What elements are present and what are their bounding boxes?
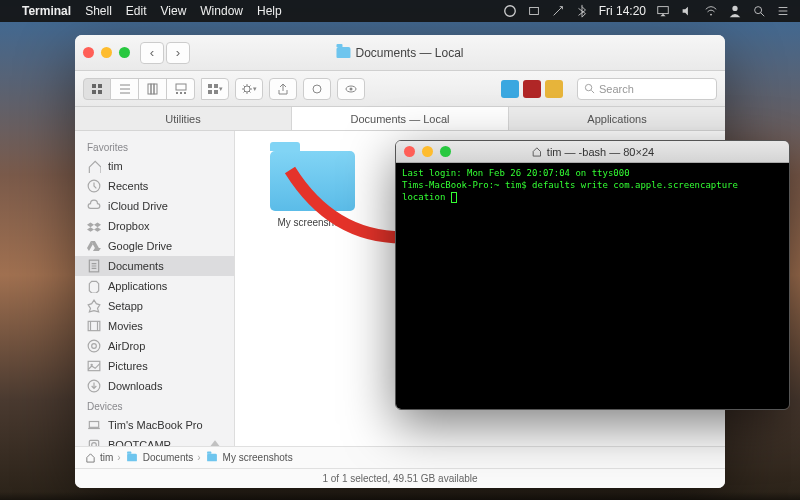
menubar-app[interactable]: Terminal [22,4,71,18]
menubar-item-help[interactable]: Help [257,4,282,18]
terminal-line: Tims-MacBook-Pro:~ tim$ defaults write c… [402,179,783,203]
search-icon[interactable] [752,4,766,18]
status-icon[interactable] [551,4,565,18]
svg-rect-1 [529,8,538,15]
sidebar-item-airdrop[interactable]: AirDrop [75,336,234,356]
tags-button[interactable] [303,78,331,100]
search-input[interactable]: Search [577,78,717,100]
svg-rect-9 [98,90,102,94]
column-view-button[interactable] [139,78,167,100]
eject-icon[interactable] [208,438,222,446]
desktop: Terminal Shell Edit View Window Help Fri… [0,0,800,500]
sidebar-item-pictures[interactable]: Pictures [75,356,234,376]
sidebar-item-dropbox[interactable]: Dropbox [75,216,234,236]
svg-point-30 [92,344,97,349]
minimize-icon[interactable] [101,47,112,58]
gallery-view-button[interactable] [167,78,195,100]
zoom-icon[interactable] [119,47,130,58]
wifi-icon[interactable] [704,4,718,18]
sidebar-heading: Favorites [75,137,234,156]
svg-rect-18 [214,84,218,88]
sidebar-item-documents[interactable]: Documents [75,256,234,276]
folder-item[interactable]: My screenshots [270,151,355,228]
terminal-body[interactable]: Last login: Mon Feb 26 20:07:04 on ttys0… [396,163,789,409]
menubar-item-window[interactable]: Window [200,4,243,18]
action-button[interactable]: ▾ [235,78,263,100]
path-segment[interactable]: tim [85,452,113,463]
sidebar-label: Recents [108,180,148,192]
window-title: Documents — Local [355,46,463,60]
sidebar-item-bootcamp[interactable]: BOOTCAMP [75,435,234,446]
bluetooth-icon[interactable] [575,4,589,18]
menubar: Terminal Shell Edit View Window Help Fri… [0,0,800,22]
list-view-button[interactable] [111,78,139,100]
status-text: 1 of 1 selected, 49.51 GB available [322,473,477,484]
minimize-icon[interactable] [422,146,433,157]
sidebar-heading: Devices [75,396,234,415]
svg-point-5 [755,7,762,14]
path-segment[interactable]: Documents [125,452,194,463]
chevron-right-icon: › [197,452,200,463]
finder-tabbar: Utilities Documents — Local Applications [75,107,725,131]
forward-button[interactable]: › [166,42,190,64]
menubar-clock[interactable]: Fri 14:20 [599,4,646,18]
sidebar-item-downloads[interactable]: Downloads [75,376,234,396]
tab-applications[interactable]: Applications [509,107,725,130]
home-icon [531,146,542,157]
sidebar-item-recents[interactable]: Recents [75,176,234,196]
folder-icon [270,151,355,211]
svg-rect-6 [92,84,96,88]
toolbar-swatch[interactable] [545,80,563,98]
status-icon[interactable] [527,4,541,18]
sidebar-label: iCloud Drive [108,200,168,212]
svg-rect-7 [98,84,102,88]
zoom-icon[interactable] [440,146,451,157]
menubar-item-view[interactable]: View [161,4,187,18]
user-icon[interactable] [728,4,742,18]
menubar-item-shell[interactable]: Shell [85,4,112,18]
sidebar-item-icloud-drive[interactable]: iCloud Drive [75,196,234,216]
toolbar-swatch[interactable] [501,80,519,98]
terminal-titlebar[interactable]: tim — -bash — 80×24 [396,141,789,163]
svg-point-3 [710,14,712,16]
tab-utilities[interactable]: Utilities [75,107,292,130]
close-icon[interactable] [83,47,94,58]
toolbar-swatch[interactable] [523,80,541,98]
sidebar-label: Documents [108,260,164,272]
status-bar: 1 of 1 selected, 49.51 GB available [75,468,725,488]
chevron-right-icon: › [117,452,120,463]
movie-icon [87,319,101,333]
folder-label: My screenshots [277,217,347,228]
sidebar-item-google-drive[interactable]: Google Drive [75,236,234,256]
svg-rect-12 [154,84,157,94]
svg-rect-28 [88,321,100,330]
icon-view-button[interactable] [83,78,111,100]
terminal-window: tim — -bash — 80×24 Last login: Mon Feb … [395,140,790,410]
search-placeholder: Search [599,83,634,95]
menubar-item-edit[interactable]: Edit [126,4,147,18]
airplay-icon[interactable] [656,4,670,18]
path-segment[interactable]: My screenshots [205,452,293,463]
sidebar-item-tim-s-macbook-pro[interactable]: Tim's MacBook Pro [75,415,234,435]
menu-icon[interactable] [776,4,790,18]
back-button[interactable]: ‹ [140,42,164,64]
sidebar-item-tim[interactable]: tim [75,156,234,176]
quicklook-button[interactable] [337,78,365,100]
svg-point-4 [732,6,737,11]
svg-point-24 [350,87,353,90]
tab-documents[interactable]: Documents — Local [292,107,509,130]
sidebar-label: Tim's MacBook Pro [108,419,203,431]
svg-rect-19 [208,90,212,94]
status-icon[interactable] [503,4,517,18]
sidebar-item-applications[interactable]: Applications [75,276,234,296]
svg-point-22 [313,85,321,93]
close-icon[interactable] [404,146,415,157]
arrange-button[interactable]: ▾ [201,78,229,100]
folder-icon [336,47,350,58]
sidebar-item-movies[interactable]: Movies [75,316,234,336]
volume-icon[interactable] [680,4,694,18]
finder-titlebar[interactable]: ‹ › Documents — Local [75,35,725,71]
share-button[interactable] [269,78,297,100]
sidebar-item-setapp[interactable]: Setapp [75,296,234,316]
dropbox-icon [87,219,101,233]
